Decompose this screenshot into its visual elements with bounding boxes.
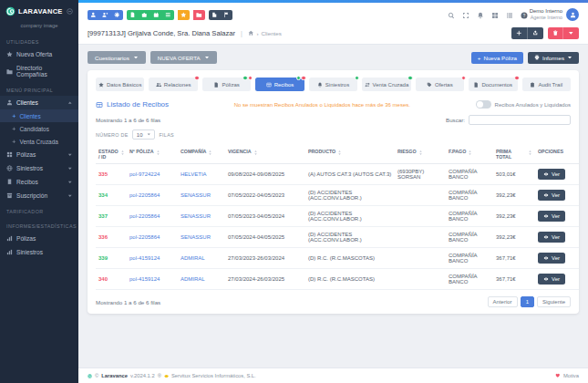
column-header-2[interactable]: Nº PÓLIZA <box>127 145 178 164</box>
ver-button[interactable]: Ver <box>538 190 565 201</box>
recibos-anulados-toggle[interactable] <box>476 100 491 109</box>
poliza-link[interactable]: pol-4159124 <box>127 269 178 290</box>
toolbar-star-button[interactable] <box>178 10 190 20</box>
column-header-8[interactable]: PRIMA TOTAL <box>493 145 535 164</box>
column-label: RIESGO <box>397 149 417 154</box>
search-icon[interactable] <box>448 6 455 23</box>
pagination-page-1-button[interactable]: 1 <box>521 296 534 307</box>
ver-button[interactable]: Ver <box>538 169 565 180</box>
sidebar-item-p-lizas[interactable]: Pólizas <box>0 148 78 161</box>
column-header-4[interactable]: VIGENCIA <box>225 145 305 164</box>
poliza-link[interactable]: pol-2205864 <box>127 206 178 227</box>
compania-link[interactable]: SENASSUR <box>178 227 225 248</box>
home-icon[interactable] <box>248 30 254 36</box>
sidebar-item-nueva-oferta[interactable]: Nueva Oferta <box>0 47 78 61</box>
sidebar-item-directorio-compa-as[interactable]: Directorio Compañías <box>0 61 78 81</box>
sidebar-item-siniestros[interactable]: Siniestros <box>0 245 78 259</box>
footer-right-label[interactable]: Motiva <box>563 373 579 378</box>
toolbar-user-button[interactable] <box>88 10 99 20</box>
rows-per-page-select[interactable]: 10 <box>132 129 156 140</box>
sidebar-subitem-venta-cruzada[interactable]: Venta Cruzada <box>0 135 78 148</box>
riesgo-cell <box>395 227 446 248</box>
toolbar-flag-button[interactable] <box>221 10 232 20</box>
sidebar-subitem-candidatos[interactable]: Candidatos <box>0 122 78 135</box>
caret-down-record-button[interactable] <box>563 27 579 39</box>
pagination-next-button[interactable]: Siguiente <box>537 296 571 307</box>
sidebar-item-p-lizas[interactable]: Pólizas <box>0 232 78 245</box>
breadcrumb-current[interactable]: Clientes <box>262 30 282 36</box>
footer-brand[interactable]: Laravance <box>101 373 128 378</box>
avatar[interactable] <box>566 8 579 21</box>
tab-relaciones[interactable]: Relaciones <box>149 78 197 91</box>
tab-recibos[interactable]: Recibos <box>255 78 304 91</box>
informes-dropdown-button[interactable]: Informes <box>528 52 579 64</box>
tab-venta-cruzada[interactable]: Venta Cruzada <box>362 78 410 91</box>
ver-button[interactable]: Ver <box>538 232 565 243</box>
compania-link[interactable]: HELVETIA <box>178 164 225 185</box>
fullscreen-icon[interactable] <box>462 6 469 23</box>
apps-icon[interactable] <box>491 6 499 23</box>
tab-datos-b-sicos[interactable]: Datos Básicos <box>96 78 144 91</box>
poliza-link[interactable]: pol-2205864 <box>127 227 178 248</box>
plus-record-button[interactable] <box>511 27 528 39</box>
export-record-button[interactable] <box>528 27 543 39</box>
tab-documentos[interactable]: Documentos <box>469 78 517 91</box>
toolbar-gear-button[interactable] <box>111 10 123 20</box>
sidebar-item-recibos[interactable]: Recibos <box>0 175 78 189</box>
compania-link[interactable]: SENASSUR <box>178 206 225 227</box>
recibo-id[interactable]: 337 <box>96 206 127 227</box>
recibo-id[interactable]: 335 <box>96 164 127 185</box>
help-icon[interactable]: ? <box>521 6 528 23</box>
pagination-prev-button[interactable]: Anterior <box>488 296 518 307</box>
toolbar-calendar-button[interactable] <box>150 10 162 20</box>
toolbar-file-button[interactable] <box>127 10 139 20</box>
column-header-6[interactable]: RIESGO <box>395 145 446 164</box>
poliza-link[interactable]: pol-9724224 <box>127 164 178 185</box>
ver-button[interactable]: Ver <box>538 211 565 222</box>
trash-record-button[interactable] <box>548 27 564 39</box>
column-header-3[interactable]: COMPAÑÍA <box>178 145 225 164</box>
nueva-oferta-dropdown-button[interactable]: NUEVA OFERTA <box>150 51 217 64</box>
column-header-9[interactable]: OPCIONES <box>535 145 579 164</box>
footer-company[interactable]: Servitux Servicios Informáticos, S.L. <box>171 373 256 378</box>
sidebar-collapse-icon[interactable] <box>67 8 73 15</box>
user-menu[interactable]: Demo Interno Agente Interno <box>530 8 579 21</box>
sidebar-item-label: Siniestros <box>16 249 43 255</box>
sidebar-item-suscripci-n[interactable]: Suscripción <box>0 189 78 202</box>
ver-button[interactable]: Ver <box>538 253 565 264</box>
tasks-icon[interactable] <box>506 6 513 23</box>
page-footer: © Laravance v.2024.1.2 ® Servitux Servic… <box>78 367 588 383</box>
column-header-5[interactable]: PRODUCTO <box>305 145 395 164</box>
recibo-id[interactable]: 334 <box>96 185 127 206</box>
toolbar-folder-button[interactable] <box>193 10 205 20</box>
compania-link[interactable]: ADMIRAL <box>178 248 225 269</box>
ver-button[interactable]: Ver <box>538 274 565 285</box>
recibo-id[interactable]: 339 <box>96 248 127 269</box>
sidebar-item-clientes[interactable]: Clientes <box>0 96 78 109</box>
prima-cell: 392,23€ <box>493 206 535 227</box>
poliza-link[interactable]: pol-4159124 <box>127 248 178 269</box>
tab-audit-trail[interactable]: Audit Trail <box>522 78 571 91</box>
poliza-link[interactable]: pol-2205864 <box>127 185 178 206</box>
recibo-id[interactable]: 340 <box>96 269 127 290</box>
tag-icon <box>427 82 432 88</box>
tab-siniestros[interactable]: Siniestros <box>309 78 357 91</box>
toolbar-list-button[interactable] <box>162 10 174 20</box>
tab-ofertas[interactable]: Ofertas <box>416 78 464 91</box>
cuestionarios-dropdown-button[interactable]: Cuestionarios <box>88 51 146 64</box>
search-input[interactable] <box>469 115 571 125</box>
sidebar-item-siniestros[interactable]: Siniestros <box>0 161 78 175</box>
sidebar-subitem-clientes[interactable]: Clientes <box>0 109 78 122</box>
column-header-1[interactable]: ESTADO / ID <box>96 145 127 164</box>
recibo-id[interactable]: 336 <box>96 227 127 248</box>
column-header-7[interactable]: F.PAGO <box>446 145 493 164</box>
toolbar-user-plus-button[interactable] <box>99 10 111 20</box>
compania-link[interactable]: ADMIRAL <box>178 269 225 290</box>
bell-icon[interactable] <box>477 6 484 23</box>
user-icon <box>6 99 13 106</box>
toolbar-briefcase-button[interactable] <box>139 10 150 20</box>
compania-link[interactable]: SENASSUR <box>178 185 225 206</box>
tab-p-lizas[interactable]: Pólizas <box>202 78 251 91</box>
nueva-poliza-button[interactable]: + Nueva Póliza <box>471 52 523 64</box>
toolbar-building-button[interactable] <box>209 10 221 20</box>
